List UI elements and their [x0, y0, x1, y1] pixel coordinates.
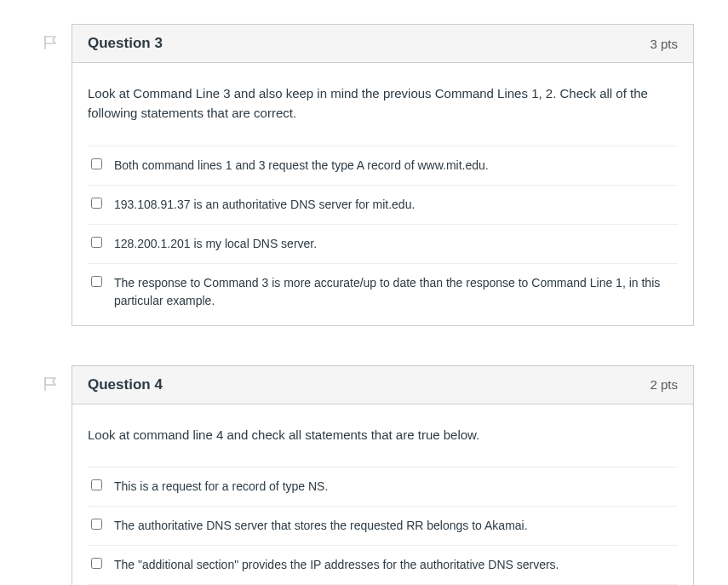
- option-label: 193.108.91.37 is an authoritative DNS se…: [114, 196, 674, 214]
- option-checkbox[interactable]: [91, 519, 102, 530]
- option-row[interactable]: Both command lines 1 and 3 request the t…: [88, 146, 678, 186]
- option-checkbox[interactable]: [91, 237, 102, 248]
- option-row[interactable]: 128.200.1.201 is my local DNS server.: [88, 225, 678, 264]
- flag-icon[interactable]: [43, 34, 72, 51]
- option-label: This is a request for a record of type N…: [114, 478, 674, 496]
- option-label: Both command lines 1 and 3 request the t…: [114, 157, 674, 175]
- question-title: Question 3: [88, 35, 163, 52]
- option-label: The authoritative DNS server that stores…: [114, 517, 674, 535]
- question-gutter: [43, 365, 72, 393]
- question-title: Question 4: [88, 376, 163, 393]
- option-row[interactable]: 193.108.91.37 is an authoritative DNS se…: [88, 186, 678, 225]
- question-block: Question 3 3 pts Look at Command Line 3 …: [43, 24, 694, 326]
- option-checkbox[interactable]: [91, 558, 102, 569]
- question-header: Question 4 2 pts: [72, 366, 693, 404]
- options-list: This is a request for a record of type N…: [88, 467, 678, 585]
- question-body: Look at Command Line 3 and also keep in …: [72, 63, 693, 325]
- option-label: The response to Command 3 is more accura…: [114, 274, 674, 310]
- options-list: Both command lines 1 and 3 request the t…: [88, 146, 678, 320]
- question-points: 2 pts: [650, 377, 678, 392]
- option-checkbox[interactable]: [91, 198, 102, 209]
- question-gutter: [43, 24, 72, 51]
- question-card: Question 4 2 pts Look at command line 4 …: [72, 365, 694, 586]
- flag-icon[interactable]: [43, 376, 72, 393]
- question-block: Question 4 2 pts Look at command line 4 …: [43, 365, 694, 586]
- question-body: Look at command line 4 and check all sta…: [72, 404, 693, 586]
- question-prompt: Look at command line 4 and check all sta…: [88, 425, 678, 444]
- option-row[interactable]: The authoritative DNS server that stores…: [88, 507, 678, 546]
- question-prompt: Look at Command Line 3 and also keep in …: [88, 83, 678, 123]
- option-checkbox[interactable]: [91, 479, 102, 490]
- option-checkbox[interactable]: [91, 276, 102, 287]
- option-label: 128.200.1.201 is my local DNS server.: [114, 235, 674, 253]
- question-points: 3 pts: [650, 37, 678, 51]
- question-header: Question 3 3 pts: [72, 25, 693, 63]
- option-row[interactable]: The response to Command 3 is more accura…: [88, 264, 678, 320]
- option-row[interactable]: The "additional section" provides the IP…: [88, 546, 678, 585]
- option-checkbox[interactable]: [91, 158, 102, 169]
- option-row[interactable]: This is a request for a record of type N…: [88, 467, 678, 507]
- option-label: The "additional section" provides the IP…: [114, 556, 674, 574]
- question-card: Question 3 3 pts Look at Command Line 3 …: [72, 24, 694, 326]
